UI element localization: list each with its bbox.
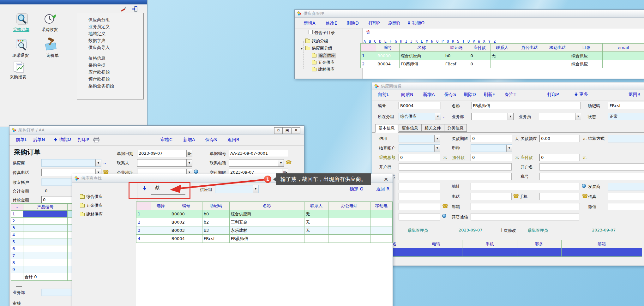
prepay-field[interactable]: 0: [471, 154, 512, 161]
prev-button[interactable]: 向前L: [378, 92, 389, 98]
next-doc-button[interactable]: 后单N: [33, 137, 45, 143]
menu-salesman-define[interactable]: 业务员定义: [88, 24, 110, 30]
tree-my-group[interactable]: 我的分组: [305, 38, 328, 44]
quick-search-input[interactable]: [377, 29, 415, 36]
cell[interactable]: 无: [490, 52, 514, 60]
settle-method-select[interactable]: [608, 135, 644, 142]
tree-hardware-supply[interactable]: 五金供应: [312, 60, 334, 65]
tax-no-field[interactable]: [539, 173, 644, 180]
cell[interactable]: [545, 60, 570, 68]
column-header[interactable]: 手机: [462, 240, 517, 248]
tree-supplier-group[interactable]: 供应商分组: [305, 45, 332, 51]
cell[interactable]: [23, 231, 68, 238]
cell[interactable]: [11, 273, 23, 281]
zip-field[interactable]: [399, 183, 440, 190]
cell[interactable]: [603, 60, 644, 68]
column-header[interactable]: email: [603, 44, 644, 52]
menu-payable-init[interactable]: 应付款初始: [88, 69, 110, 75]
cell[interactable]: 2: [361, 60, 376, 68]
cell[interactable]: B0003: [170, 226, 202, 235]
back-button[interactable]: 返回R: [629, 92, 641, 98]
column-header[interactable]: 编号: [376, 44, 399, 52]
address-field[interactable]: [471, 183, 580, 190]
cell[interactable]: b0: [444, 52, 469, 60]
cell[interactable]: 6: [11, 245, 23, 252]
cell[interactable]: [410, 248, 462, 257]
module-onsite-return[interactable]: 现采退货: [12, 53, 29, 58]
cell[interactable]: 7: [11, 252, 23, 259]
prev-doc-button[interactable]: 前单L: [16, 137, 27, 143]
cell[interactable]: B0000: [376, 52, 399, 60]
mnemonic-field[interactable]: FBcsf: [608, 102, 644, 109]
module-purchase-report[interactable]: 采购报表: [10, 74, 26, 80]
purchase-report-module-icon[interactable]: [13, 61, 26, 75]
column-header[interactable]: 电话: [410, 240, 462, 248]
tree-general-supply[interactable]: 综合供应: [80, 194, 103, 200]
debt-limit-field[interactable]: 0.00: [539, 135, 580, 142]
column-header[interactable]: 选择: [151, 202, 170, 210]
minimize-button[interactable]: ▫: [274, 127, 283, 134]
cell[interactable]: 综合供应商: [229, 210, 304, 218]
menu-region-define[interactable]: 地域定义: [88, 31, 105, 37]
cell[interactable]: 无: [304, 226, 328, 235]
group-select[interactable]: 综合供应: [399, 113, 441, 120]
close-button[interactable]: ✕: [292, 127, 300, 134]
cell[interactable]: [304, 235, 328, 243]
cell[interactable]: [23, 238, 68, 245]
bank-name-field[interactable]: [539, 163, 644, 171]
extra-field-2[interactable]: [399, 203, 440, 210]
cell[interactable]: [151, 226, 170, 235]
mobile-field[interactable]: [539, 193, 580, 200]
tree-hardware-supply[interactable]: 五金供应: [80, 203, 103, 208]
column-header[interactable]: 移动电话: [545, 44, 570, 52]
cell[interactable]: [328, 226, 370, 235]
module-purchase-receive[interactable]: 采购收货: [41, 27, 58, 33]
supplier-mgmt-titlebar[interactable]: 供应商管理: [295, 10, 644, 18]
cell[interactable]: b3: [202, 226, 229, 235]
bank-field[interactable]: [399, 163, 512, 171]
tab-more-info[interactable]: 更多信息: [399, 124, 421, 132]
cell[interactable]: 3: [136, 226, 151, 235]
column-header[interactable]: 职务: [517, 240, 562, 248]
cell[interactable]: 4: [136, 235, 151, 243]
close-icon[interactable]: ✕: [384, 177, 388, 182]
cell[interactable]: 无: [304, 218, 328, 226]
tools-wand-icon[interactable]: [120, 6, 127, 13]
cell[interactable]: [370, 226, 393, 235]
email-field[interactable]: [471, 203, 580, 210]
currency-select[interactable]: [471, 144, 512, 152]
cell[interactable]: [23, 252, 68, 259]
tree-building-supply[interactable]: 建材供应: [80, 212, 103, 217]
wechat-field[interactable]: [608, 203, 644, 210]
column-header[interactable]: -: [136, 202, 151, 210]
cell[interactable]: B0004: [376, 60, 399, 68]
cell[interactable]: 1: [361, 52, 376, 60]
column-header[interactable]: 联系人: [490, 44, 514, 52]
cell[interactable]: 0: [469, 60, 490, 68]
cell[interactable]: 1: [136, 210, 151, 218]
cell[interactable]: [23, 211, 68, 218]
refresh-button[interactable]: 刷新R: [388, 21, 400, 26]
add-button[interactable]: 新增A: [423, 92, 435, 98]
print-button[interactable]: 打印P: [78, 137, 89, 143]
salesman-select[interactable]: [539, 113, 581, 120]
cell[interactable]: 综合供应: [570, 52, 603, 60]
doc-no-field[interactable]: AA-23-09-07-0001: [229, 150, 288, 157]
cell[interactable]: FBcsf: [202, 235, 229, 243]
extra-field-3[interactable]: [399, 213, 440, 220]
audit-button[interactable]: 审核C: [160, 137, 172, 143]
cell[interactable]: B0004: [170, 235, 202, 243]
cell[interactable]: 0: [469, 52, 490, 60]
supplier-edit-titlebar[interactable]: 供应商编辑: [372, 82, 644, 90]
cell[interactable]: [151, 218, 170, 226]
printer-icon[interactable]: [93, 136, 100, 144]
payable-field[interactable]: 0: [539, 154, 580, 161]
purchase-order-titlebar[interactable]: 采购订单 / AA: [9, 126, 304, 135]
menu-price-info[interactable]: 价格信息: [88, 56, 105, 61]
back-button[interactable]: 返回 R: [376, 186, 389, 192]
back-button[interactable]: 返回R: [227, 137, 239, 143]
restore-button[interactable]: ▣: [283, 127, 292, 134]
cell[interactable]: 永乐建材: [229, 226, 304, 235]
cell[interactable]: [562, 248, 642, 257]
cell[interactable]: B0002: [170, 218, 202, 226]
